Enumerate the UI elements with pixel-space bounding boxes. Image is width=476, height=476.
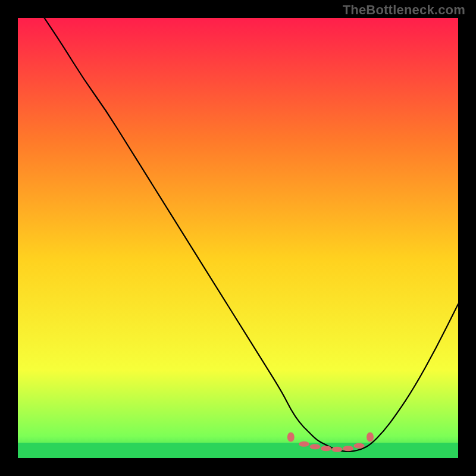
watermark-text: TheBottleneck.com [343, 2, 465, 18]
plot-area [18, 18, 458, 458]
highlight-dot [332, 447, 343, 452]
highlight-dot [367, 432, 374, 441]
highlight-dot [310, 444, 321, 449]
highlight-dot [287, 432, 295, 441]
highlight-dot [354, 443, 365, 449]
highlight-dot [321, 446, 331, 451]
green-band [18, 443, 458, 458]
highlight-dot [343, 446, 353, 451]
highlight-dot [299, 441, 309, 447]
chart-frame: TheBottleneck.com [0, 0, 476, 476]
chart-svg [18, 18, 458, 458]
gradient-background [18, 18, 458, 458]
